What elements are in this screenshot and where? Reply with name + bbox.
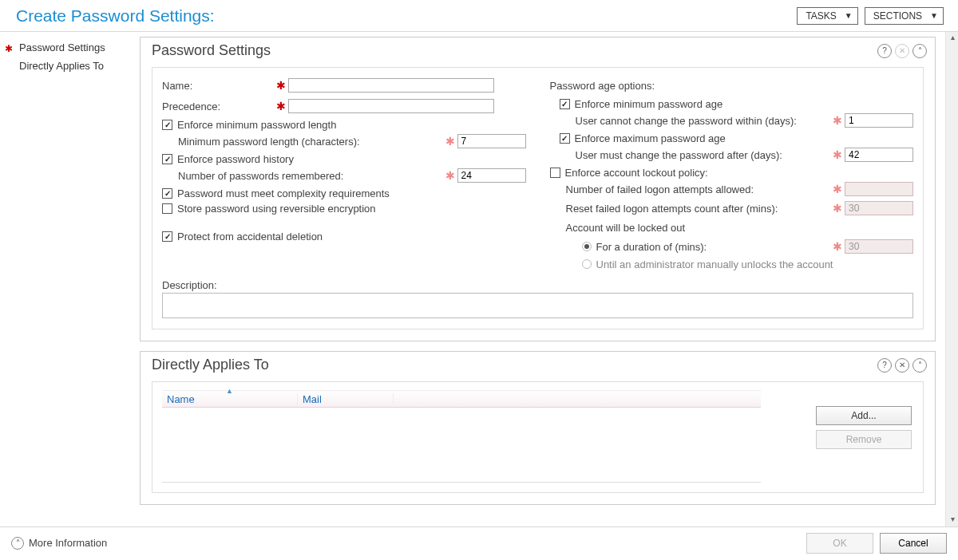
panel-directly-applies: Directly Applies To ? ✕ ˄ Name ▲ Mail: [140, 351, 936, 505]
min-age-field[interactable]: [845, 113, 913, 128]
required-icon: ✱: [443, 169, 457, 182]
chevron-up-icon: ˄: [11, 537, 24, 550]
required-icon: ✱: [830, 202, 845, 215]
lockout-label: Enforce account lockout policy:: [565, 167, 708, 179]
until-admin-radio: [582, 259, 592, 269]
duration-radio: [582, 242, 592, 251]
ok-button: OK: [806, 533, 873, 554]
panel-title: Password Settings: [152, 42, 877, 59]
sort-asc-icon: ▲: [226, 387, 233, 395]
until-admin-label: Until an administrator manually unlocks …: [596, 258, 833, 270]
reset-count-field: [845, 201, 913, 215]
min-length-field[interactable]: [457, 134, 526, 148]
locked-out-header: Account will be locked out: [566, 222, 914, 234]
history-count-label: Number of passwords remembered:: [178, 170, 443, 182]
enforce-min-length-checkbox[interactable]: [162, 120, 172, 130]
max-age-field[interactable]: [845, 148, 913, 162]
protect-label: Protect from accidental deletion: [177, 231, 323, 243]
help-icon[interactable]: ?: [877, 358, 892, 373]
scroll-down-icon[interactable]: ▾: [947, 515, 958, 526]
complexity-label: Password must meet complexity requiremen…: [177, 187, 390, 199]
grid-bottom-divider: [162, 482, 761, 483]
min-length-label: Minimum password length (characters):: [178, 136, 443, 148]
column-name[interactable]: Name ▲: [162, 393, 298, 405]
duration-label: For a duration of (mins):: [596, 241, 831, 253]
sections-dropdown[interactable]: SECTIONS ▼: [865, 7, 944, 25]
sidebar: Password Settings Directly Applies To: [0, 32, 140, 526]
close-icon[interactable]: ✕: [895, 358, 909, 373]
close-icon: ✕: [895, 44, 909, 58]
tasks-label: TASKS: [806, 10, 836, 22]
duration-field: [845, 239, 913, 254]
enforce-min-age-checkbox[interactable]: [560, 99, 570, 109]
reversible-checkbox[interactable]: [162, 203, 172, 214]
precedence-label: Precedence:: [162, 101, 274, 112]
description-field[interactable]: [162, 293, 913, 318]
age-options-header: Password age options:: [550, 80, 655, 92]
main-content: Password Settings ? ✕ ˄ Name: ✱: [140, 32, 958, 526]
min-age-label: User cannot change the password within (…: [576, 115, 831, 127]
max-age-label: User must change the password after (day…: [576, 149, 831, 161]
scroll-up-icon[interactable]: ▴: [947, 33, 958, 44]
grid-header: Name ▲ Mail: [162, 390, 761, 408]
required-icon: ✱: [274, 79, 288, 92]
protect-checkbox[interactable]: [162, 231, 172, 242]
enforce-max-age-label: Enforce maximum password age: [575, 132, 726, 144]
required-icon: ✱: [443, 135, 457, 148]
sidebar-item-directly-applies[interactable]: Directly Applies To: [0, 57, 140, 75]
column-name-label: Name: [167, 393, 195, 405]
vertical-scrollbar[interactable]: ▴ ▾: [945, 32, 958, 526]
reversible-label: Store password using reversible encrypti…: [177, 203, 376, 215]
chevron-down-icon: ▼: [845, 11, 853, 20]
name-label: Name:: [162, 80, 274, 92]
enforce-history-label: Enforce password history: [177, 153, 294, 165]
lockout-checkbox[interactable]: [550, 168, 560, 178]
right-column: Password age options: Enforce minimum pa…: [550, 76, 914, 273]
enforce-max-age-checkbox[interactable]: [560, 133, 570, 144]
tasks-dropdown[interactable]: TASKS ▼: [797, 7, 857, 25]
panel-password-settings: Password Settings ? ✕ ˄ Name: ✱: [140, 37, 936, 341]
window-footer: ˄ More Information OK Cancel: [0, 526, 958, 558]
page-title: Create Password Settings:: [16, 6, 790, 26]
sidebar-item-password-settings[interactable]: Password Settings: [0, 38, 140, 57]
left-column: Name: ✱ Precedence: ✱ Enforce minimum pa…: [162, 76, 526, 273]
chevron-down-icon: ▼: [930, 11, 938, 20]
window-header: Create Password Settings: TASKS ▼ SECTIO…: [0, 0, 958, 32]
collapse-icon[interactable]: ˄: [912, 358, 927, 373]
failed-attempts-field: [845, 182, 913, 196]
cancel-button[interactable]: Cancel: [880, 533, 947, 554]
required-icon: ✱: [274, 100, 288, 112]
description-label: Description:: [162, 279, 913, 291]
complexity-checkbox[interactable]: [162, 188, 172, 199]
required-icon: ✱: [830, 114, 845, 127]
enforce-min-length-label: Enforce minimum password length: [177, 119, 336, 131]
more-information-toggle[interactable]: ˄ More Information: [11, 537, 800, 550]
name-field[interactable]: [288, 78, 494, 93]
sections-label: SECTIONS: [873, 10, 922, 22]
precedence-field[interactable]: [288, 99, 494, 113]
sidebar-item-label: Password Settings: [19, 41, 105, 53]
required-icon: ✱: [830, 148, 845, 161]
failed-attempts-label: Number of failed logon attempts allowed:: [566, 183, 831, 195]
reset-count-label: Reset failed logon attempts count after …: [566, 203, 831, 215]
history-count-field[interactable]: [457, 168, 526, 183]
sidebar-item-label: Directly Applies To: [19, 60, 104, 72]
more-information-label: More Information: [29, 537, 107, 549]
required-icon: ✱: [830, 240, 845, 253]
enforce-history-checkbox[interactable]: [162, 154, 172, 164]
help-icon[interactable]: ?: [877, 44, 892, 58]
panel-title: Directly Applies To: [152, 357, 877, 373]
remove-button: Remove: [816, 430, 912, 449]
collapse-icon[interactable]: ˄: [912, 44, 927, 58]
column-mail-label: Mail: [303, 393, 322, 405]
enforce-min-age-label: Enforce minimum password age: [575, 98, 723, 110]
column-mail[interactable]: Mail: [298, 393, 394, 405]
add-button[interactable]: Add...: [816, 406, 912, 425]
required-icon: ✱: [830, 183, 845, 195]
